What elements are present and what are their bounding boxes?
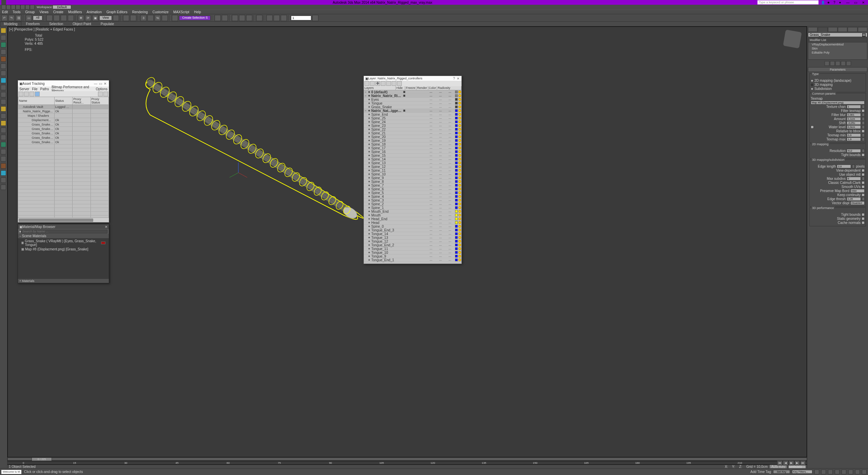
play-button[interactable]: ▶	[789, 461, 794, 466]
left-tool-icon[interactable]	[1, 78, 6, 83]
ribbon-group-freeform[interactable]: Freeform	[21, 22, 45, 26]
preserve-select[interactable]: Inter	[850, 189, 865, 193]
goto-end-button[interactable]: ⏭	[800, 461, 806, 466]
layerwin-col-layers[interactable]: Layers	[364, 86, 396, 90]
assetwin-col-proxyres[interactable]: Proxy Resol...	[73, 97, 91, 105]
cache-checkbox[interactable]	[862, 221, 865, 224]
menu-tools[interactable]: Tools	[13, 10, 20, 14]
left-tool-icon[interactable]	[1, 56, 6, 62]
layer-row[interactable]: ◈Spine_0———	[364, 225, 461, 228]
remove-mod-button[interactable]	[841, 61, 846, 66]
left-tool-icon[interactable]	[1, 71, 6, 76]
layer-row[interactable]: ◈Spine_17———	[364, 146, 461, 150]
spinner-icon[interactable]	[862, 113, 865, 117]
nav-button[interactable]	[842, 470, 846, 474]
ribbon-tab-modeling[interactable]: Modeling	[0, 22, 21, 26]
layer-row[interactable]: ◈Tongue_12———	[364, 240, 461, 243]
cmdtab-display-icon[interactable]	[848, 27, 857, 32]
spinner-icon[interactable]	[862, 137, 865, 141]
matwin-search-input[interactable]	[21, 230, 107, 233]
menu-modifiers[interactable]: Modifiers	[68, 10, 82, 14]
qat-button[interactable]	[6, 5, 11, 10]
layerwin-add-button[interactable]: ➕	[375, 81, 380, 86]
layer-row[interactable]: ◈Spine_6———	[364, 187, 461, 191]
layer-row[interactable]: ◈Tongue_10———	[364, 251, 461, 254]
assetwin-hscroll[interactable]	[18, 217, 109, 222]
pivot-button[interactable]	[113, 15, 119, 21]
texmap-button[interactable]: Map #8 (Displacment.png)	[811, 101, 865, 104]
nav-button[interactable]	[855, 470, 860, 474]
selection-filter[interactable]: All	[33, 16, 42, 20]
left-tool-icon[interactable]	[1, 170, 6, 176]
asset-row[interactable]: Grass_Snake_...Ok	[18, 140, 109, 145]
matwin-scene-header[interactable]: − Scene Materials	[18, 234, 109, 238]
layer-row[interactable]: −◈0 (default)▣———	[364, 90, 461, 94]
menu-views[interactable]: Views	[39, 10, 48, 14]
texchan-input[interactable]: 1	[847, 105, 861, 109]
restore-button[interactable]: ▭	[852, 1, 859, 4]
qat-button[interactable]	[11, 5, 16, 10]
layer-row[interactable]: ◈Tongue_End_1———	[364, 258, 461, 262]
kbd-button[interactable]	[130, 15, 136, 21]
left-tool-icon[interactable]	[1, 106, 6, 112]
tight-checkbox[interactable]	[862, 153, 865, 156]
assetwin-minimize[interactable]: —	[93, 82, 98, 86]
config-button[interactable]	[846, 61, 851, 66]
layer-row[interactable]: ◈Spine_18———	[364, 142, 461, 146]
layerwin-help[interactable]: ?	[452, 77, 456, 80]
asset-row[interactable]: Grass_Snake_...Ok	[18, 122, 109, 127]
layer-row[interactable]: ◈Spine_12———	[364, 165, 461, 169]
select-region-button[interactable]	[61, 15, 67, 21]
left-tool-icon[interactable]	[1, 135, 6, 140]
layer-row[interactable]: ◈Head———	[364, 221, 461, 225]
mirror-button[interactable]	[215, 15, 221, 21]
rendersetup-button[interactable]	[267, 15, 273, 21]
keepcont-checkbox[interactable]	[862, 193, 865, 196]
maxsub-input[interactable]: 6	[847, 177, 861, 180]
type-radio-subd[interactable]	[811, 88, 813, 90]
modifier-item[interactable]: Skin	[808, 46, 867, 51]
prev-frame-button[interactable]: ◀	[783, 461, 788, 466]
assetwin-col-status[interactable]: Status	[54, 97, 72, 105]
modifier-item[interactable]: Editable Poly	[808, 51, 867, 55]
left-tool-icon[interactable]	[1, 156, 6, 162]
spinner-icon[interactable]	[852, 165, 855, 168]
layer-row[interactable]: ◈Tongue_11———	[364, 247, 461, 251]
filtertex-checkbox[interactable]	[862, 109, 865, 112]
assetwin-tb-button[interactable]	[35, 92, 40, 96]
amount-input[interactable]: 0,1cm	[847, 117, 861, 121]
select-name-button[interactable]	[54, 15, 60, 21]
workspace-selector[interactable]: Default	[53, 5, 71, 9]
help-icon[interactable]: ?	[832, 1, 837, 4]
cmdtab-motion-icon[interactable]	[838, 27, 847, 32]
layer-row[interactable]: ◈Mouth_End———	[364, 210, 461, 213]
left-tool-icon[interactable]	[1, 177, 6, 183]
left-tool-icon[interactable]	[1, 49, 6, 55]
assetwin-menu-options[interactable]: Options	[96, 87, 107, 91]
matwin-close[interactable]: ✕	[105, 225, 107, 229]
menu-rendering[interactable]: Rendering	[132, 10, 148, 14]
left-tool-icon[interactable]	[1, 120, 6, 126]
setkey-button[interactable]: Set Key	[773, 470, 790, 474]
layer-row[interactable]: ◈Spine_4———	[364, 195, 461, 198]
vecdisp-select[interactable]: Disabled	[850, 201, 865, 205]
spinner-icon[interactable]	[862, 117, 865, 121]
maxscript-mini-listener[interactable]: Welcome to M	[1, 470, 21, 474]
layer-row[interactable]: ◈Spine_23———	[364, 124, 461, 128]
modifier-stack-list[interactable]: VRayDisplacementMod Skin Editable Poly	[808, 42, 867, 59]
layer-row[interactable]: ◈Grass_Snake———	[364, 105, 461, 109]
time-ruler[interactable]: 0153045607590105120135150165180195210225	[7, 461, 807, 465]
texmin-input[interactable]: 0,0	[847, 133, 861, 137]
spinner-input[interactable]	[291, 16, 311, 20]
water-input[interactable]: 0,0cm	[847, 125, 861, 129]
pctsnap-button[interactable]: %	[155, 15, 161, 21]
layer-row[interactable]: ◈Spine_8———	[364, 180, 461, 184]
assetwin-tb-button[interactable]	[29, 92, 34, 96]
params-header[interactable]: Parameters	[808, 67, 867, 72]
layer-row[interactable]: ◈Spine_2———	[364, 202, 461, 206]
link-button[interactable]: ⛓	[16, 15, 22, 21]
spinner-icon[interactable]	[862, 105, 865, 109]
named-selection-set[interactable]: Create Selection S	[179, 16, 211, 20]
layerwin-close[interactable]: ✕	[456, 77, 460, 80]
cmdtab-utilities-icon[interactable]	[858, 27, 867, 32]
